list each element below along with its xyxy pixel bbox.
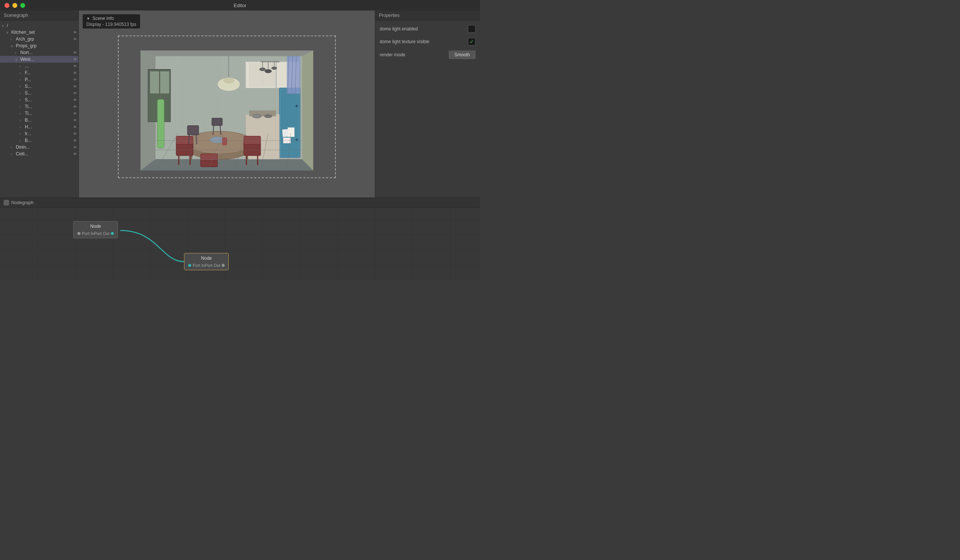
tree-item[interactable]: ›Ir...👁 bbox=[0, 130, 78, 137]
svg-rect-14 bbox=[160, 71, 170, 94]
scenegraph-header: Scenegraph bbox=[0, 11, 78, 21]
properties-panel: Properties dome light enabled dome light… bbox=[375, 11, 480, 198]
svg-marker-4 bbox=[302, 51, 313, 171]
scenegraph-panel: Scenegraph ∨/∨Kitchen_set👁›Arch_grp👁∨Pro… bbox=[0, 11, 79, 198]
tree-item-label: P... bbox=[25, 77, 31, 82]
tree-item[interactable]: ›Dinin...👁 bbox=[0, 144, 78, 150]
expand-icon: ∨ bbox=[11, 44, 16, 48]
tree-item[interactable]: ›B...👁 bbox=[0, 117, 78, 123]
node-1[interactable]: Node Port In Port Out bbox=[73, 221, 118, 238]
maximize-button[interactable] bbox=[20, 3, 25, 8]
port-in-dot bbox=[77, 232, 80, 235]
expand-icon: › bbox=[19, 91, 25, 95]
visibility-eye-icon[interactable]: 👁 bbox=[73, 57, 77, 62]
visibility-eye-icon[interactable]: 👁 bbox=[73, 30, 77, 35]
svg-rect-28 bbox=[288, 128, 294, 137]
tree-item[interactable]: ›S...👁 bbox=[0, 83, 78, 90]
tree-item[interactable]: ›...👁 bbox=[0, 63, 78, 69]
visibility-eye-icon[interactable]: 👁 bbox=[73, 105, 77, 109]
visibility-eye-icon[interactable]: 👁 bbox=[73, 85, 77, 89]
tree-item[interactable]: ∨Props_grp bbox=[0, 42, 78, 49]
visibility-eye-icon[interactable]: 👁 bbox=[73, 91, 77, 95]
tree-item[interactable]: ∨Kitchen_set👁 bbox=[0, 29, 78, 36]
port-out-dot-2 bbox=[222, 264, 225, 267]
svg-rect-51 bbox=[176, 136, 193, 145]
visibility-eye-icon[interactable]: 👁 bbox=[73, 98, 77, 102]
tree-container[interactable]: ∨/∨Kitchen_set👁›Arch_grp👁∨Props_grp›Nort… bbox=[0, 21, 78, 198]
tree-item[interactable]: ›Ti...👁 bbox=[0, 110, 78, 117]
visibility-eye-icon[interactable]: 👁 bbox=[73, 51, 77, 55]
nodegraph-canvas[interactable]: Node Port In Port Out Node bbox=[0, 208, 480, 280]
visibility-eye-icon[interactable]: 👁 bbox=[73, 145, 77, 149]
svg-point-36 bbox=[259, 68, 266, 71]
tree-item[interactable]: ›B...👁 bbox=[0, 137, 78, 144]
port-in-dot-2 bbox=[188, 264, 191, 267]
svg-rect-13 bbox=[150, 71, 159, 94]
svg-point-33 bbox=[264, 115, 272, 118]
prop-render-mode-button[interactable]: Smooth bbox=[449, 51, 475, 59]
tree-item[interactable]: ›Ti...👁 bbox=[0, 103, 78, 110]
node-2-port-in[interactable]: Port In bbox=[188, 263, 205, 268]
node-2-port-out[interactable]: Port Out bbox=[205, 263, 225, 268]
prop-render-mode-label: render mode bbox=[380, 52, 405, 57]
svg-point-32 bbox=[253, 115, 261, 118]
tree-item[interactable]: ∨West...👁 bbox=[0, 56, 78, 63]
tree-item-label: S... bbox=[25, 91, 32, 96]
visibility-eye-icon[interactable]: 👁 bbox=[73, 118, 77, 122]
port-in-label-2: Port In bbox=[193, 263, 205, 268]
svg-rect-64 bbox=[287, 56, 300, 94]
tree-item[interactable]: ›Arch_grp👁 bbox=[0, 36, 78, 42]
port-out-label: Port Out bbox=[94, 231, 109, 236]
tree-item-label: Ir... bbox=[25, 131, 31, 136]
visibility-eye-icon[interactable]: 👁 bbox=[73, 71, 77, 75]
node-2[interactable]: Node Port In Port Out bbox=[184, 253, 229, 270]
expand-icon: › bbox=[19, 132, 25, 136]
visibility-eye-icon[interactable]: 👁 bbox=[73, 64, 77, 68]
node-connection-svg bbox=[0, 208, 480, 280]
close-button[interactable] bbox=[5, 3, 10, 8]
visibility-eye-icon[interactable]: 👁 bbox=[73, 152, 77, 156]
prop-dome-light-enabled-checkbox[interactable] bbox=[468, 25, 475, 33]
tree-item-label: Arch_grp bbox=[16, 37, 34, 41]
expand-icon: › bbox=[11, 152, 16, 156]
tree-item[interactable]: ›H...👁 bbox=[0, 123, 78, 130]
checkbox-empty-icon bbox=[471, 26, 472, 32]
tree-item-label: Ti... bbox=[25, 111, 32, 116]
scene-info-bar: ▼ Scene Info Display - 119.940513 fps bbox=[83, 14, 140, 29]
tree-item[interactable]: ›P...👁 bbox=[0, 76, 78, 83]
visibility-eye-icon[interactable]: 👁 bbox=[73, 78, 77, 82]
tree-item[interactable]: ›S...👁 bbox=[0, 90, 78, 96]
checkmark-icon: ✓ bbox=[469, 39, 474, 45]
viewport[interactable]: ▼ Scene Info Display - 119.940513 fps bbox=[79, 11, 375, 198]
properties-header: Properties bbox=[375, 11, 480, 21]
visibility-eye-icon[interactable]: 👁 bbox=[73, 132, 77, 136]
minimize-button[interactable] bbox=[13, 3, 17, 8]
svg-rect-55 bbox=[244, 136, 261, 145]
node-2-ports: Port In Port Out bbox=[188, 263, 225, 268]
port-in-label: Port In bbox=[82, 231, 94, 236]
visibility-eye-icon[interactable]: 👁 bbox=[73, 125, 77, 129]
properties-content: dome light enabled dome light texture vi… bbox=[375, 21, 480, 64]
tree-item[interactable]: ›S...👁 bbox=[0, 96, 78, 103]
node-1-port-out[interactable]: Port Out bbox=[94, 231, 114, 236]
app-title: Editor bbox=[234, 3, 246, 8]
prop-dome-light-enabled-label: dome light enabled bbox=[380, 26, 418, 32]
prop-dome-light-texture-checkbox[interactable]: ✓ bbox=[468, 38, 475, 45]
expand-icon: › bbox=[15, 51, 20, 55]
tree-item[interactable]: ›F...👁 bbox=[0, 69, 78, 76]
tree-item-label: Ceili... bbox=[16, 151, 28, 156]
scene-info-fps: Display - 119.940513 fps bbox=[86, 22, 136, 27]
tree-item-label: ... bbox=[25, 64, 29, 69]
svg-point-25 bbox=[296, 105, 298, 107]
tree-item[interactable]: ›Ceili...👁 bbox=[0, 150, 78, 157]
visibility-eye-icon[interactable]: 👁 bbox=[73, 112, 77, 116]
visibility-eye-icon[interactable]: 👁 bbox=[73, 37, 77, 41]
node-1-port-in[interactable]: Port In bbox=[77, 231, 94, 236]
tree-item[interactable]: ∨/ bbox=[0, 22, 78, 29]
visibility-eye-icon[interactable]: 👁 bbox=[73, 139, 77, 143]
svg-marker-6 bbox=[141, 51, 313, 56]
svg-rect-29 bbox=[283, 138, 291, 144]
titlebar-buttons bbox=[5, 3, 25, 8]
expand-icon: ∨ bbox=[15, 57, 20, 62]
tree-item[interactable]: ›Nort...👁 bbox=[0, 49, 78, 56]
